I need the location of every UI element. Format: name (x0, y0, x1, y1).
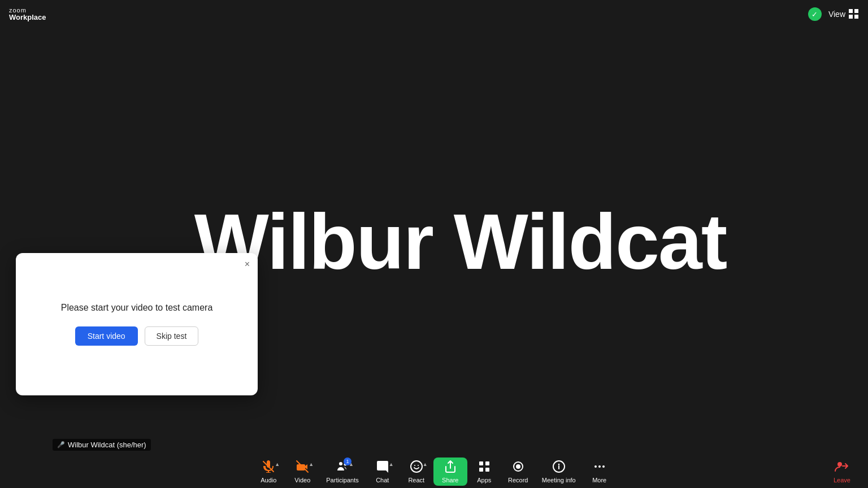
participants-button[interactable]: 1 ▲ Participants (319, 457, 365, 486)
record-button[interactable]: Record (501, 457, 535, 486)
svg-point-20 (594, 465, 597, 468)
toolbar: ▲ Audio ▲ Video 1 ▲ Participants (0, 455, 868, 488)
react-button[interactable]: ▲ React (400, 457, 433, 486)
react-icon: ▲ (410, 460, 423, 476)
meeting-info-icon (552, 460, 566, 476)
zoom-logo: zoom Workplace (9, 7, 46, 21)
chat-chevron[interactable]: ▲ (389, 462, 394, 467)
video-label: Video (294, 477, 310, 483)
more-label: More (592, 477, 606, 483)
meeting-info-button[interactable]: Meeting info (535, 457, 583, 486)
dialog-message: Please start your video to test camera (43, 303, 231, 313)
svg-rect-11 (479, 461, 483, 465)
share-label: Share (442, 477, 458, 483)
zoom-brand-bottom: Workplace (9, 14, 46, 21)
svg-point-21 (598, 465, 601, 468)
svg-rect-2 (849, 15, 853, 19)
video-chevron[interactable]: ▲ (309, 462, 314, 467)
leave-button[interactable]: Leave (825, 457, 859, 486)
topbar: zoom Workplace ✓ View (0, 0, 868, 28)
svg-point-10 (418, 465, 419, 466)
video-icon: ▲ (296, 460, 309, 476)
security-shield-icon[interactable]: ✓ (808, 7, 822, 21)
svg-point-23 (837, 462, 842, 467)
svg-rect-14 (485, 468, 489, 472)
camera-test-dialog: × Please start your video to test camera… (16, 253, 258, 395)
svg-point-22 (602, 465, 605, 468)
view-label: View (828, 10, 845, 19)
leave-icon (834, 460, 850, 476)
video-button[interactable]: ▲ Video (285, 457, 319, 486)
audio-chevron[interactable]: ▲ (275, 462, 280, 467)
share-icon (444, 460, 457, 476)
participants-chevron[interactable]: ▲ (349, 462, 354, 467)
svg-rect-12 (485, 461, 489, 465)
participants-label: Participants (326, 477, 358, 483)
more-icon (593, 460, 606, 476)
svg-point-8 (411, 461, 422, 472)
chat-icon: ▲ (376, 460, 389, 476)
share-button[interactable]: Share (433, 457, 467, 486)
record-label: Record (508, 477, 528, 483)
svg-rect-0 (849, 9, 853, 13)
grid-icon (849, 9, 859, 19)
mic-muted-icon: 🎤 (57, 441, 65, 448)
participants-icon: 1 ▲ (336, 460, 349, 476)
audio-button[interactable]: ▲ Audio (251, 457, 285, 486)
participant-name-label: 🎤 Wilbur Wildcat (she/her) (53, 439, 151, 451)
audio-label: Audio (261, 477, 276, 483)
apps-icon (478, 460, 491, 476)
participant-name-display: Wilbur Wildcat (194, 196, 727, 287)
dialog-buttons: Start video Skip test (75, 326, 199, 346)
start-video-button[interactable]: Start video (75, 326, 138, 346)
react-chevron[interactable]: ▲ (423, 462, 428, 467)
svg-point-9 (414, 465, 415, 466)
view-button[interactable]: View (828, 9, 859, 19)
chat-button[interactable]: ▲ Chat (366, 457, 400, 486)
leave-label: Leave (834, 477, 850, 483)
svg-point-16 (516, 464, 520, 469)
svg-rect-3 (854, 15, 858, 19)
chat-label: Chat (376, 477, 389, 483)
meeting-info-label: Meeting info (542, 477, 576, 483)
apps-button[interactable]: Apps (467, 457, 501, 486)
apps-label: Apps (477, 477, 491, 483)
record-icon (511, 460, 525, 476)
participant-label-text: Wilbur Wildcat (she/her) (68, 441, 146, 449)
audio-icon: ▲ (262, 460, 275, 476)
svg-rect-1 (854, 9, 858, 13)
svg-point-6 (339, 462, 342, 465)
skip-test-button[interactable]: Skip test (145, 326, 199, 346)
react-label: React (408, 477, 424, 483)
dialog-close-button[interactable]: × (245, 260, 250, 269)
more-button[interactable]: More (583, 457, 617, 486)
svg-rect-13 (479, 468, 483, 472)
topbar-right: ✓ View (808, 7, 859, 21)
